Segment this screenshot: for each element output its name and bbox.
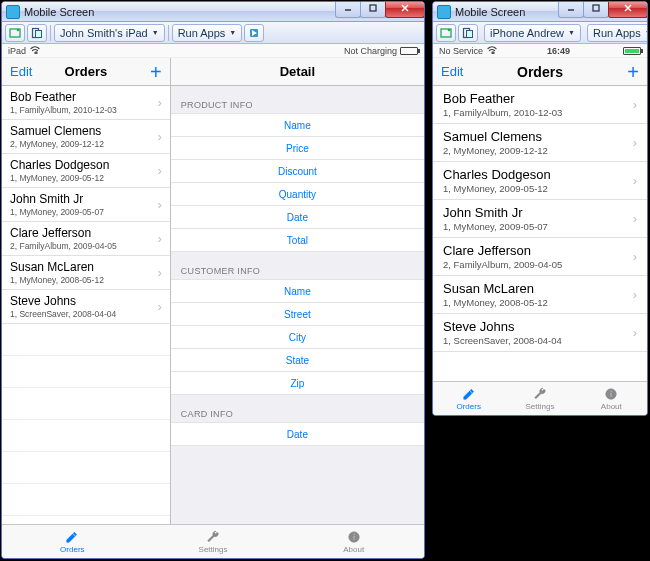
order-subtitle: 1, MyMoney, 2009-05-12 [443, 183, 633, 194]
empty-row [2, 388, 170, 420]
list-item[interactable]: Bob Feather1, FamilyAlbum, 2010-12-03› [433, 86, 647, 124]
minimize-button[interactable] [335, 1, 361, 18]
list-item[interactable]: Samuel Clemens2, MyMoney, 2009-12-12› [433, 124, 647, 162]
detail-row[interactable]: City [171, 325, 424, 349]
toolbar-button-2[interactable] [458, 24, 478, 42]
detail-content[interactable]: PRODUCT INFONamePriceDiscountQuantityDat… [171, 86, 424, 524]
order-subtitle: 1, MyMoney, 2009-05-07 [10, 207, 157, 217]
detail-row[interactable]: Price [171, 136, 424, 160]
list-item[interactable]: Clare Jefferson2, FamilyAlbum, 2009-04-0… [433, 238, 647, 276]
svg-rect-22 [611, 392, 612, 396]
order-subtitle: 1, ScreenSaver, 2008-04-04 [443, 335, 633, 346]
order-subtitle: 1, ScreenSaver, 2008-04-04 [10, 309, 157, 319]
app-icon [6, 5, 20, 19]
order-name: Clare Jefferson [443, 243, 633, 258]
window-ipad: Mobile Screen John Smith's iPad▼ Run App… [1, 1, 425, 559]
list-item[interactable]: Charles Dodgeson1, MyMoney, 2009-05-12› [2, 154, 170, 188]
list-item[interactable]: Susan McLaren1, MyMoney, 2008-05-12› [433, 276, 647, 314]
order-name: Susan McLaren [443, 281, 633, 296]
run-apps-button[interactable]: Run Apps▼ [172, 24, 243, 42]
detail-row[interactable]: State [171, 348, 424, 372]
detail-title: Detail [171, 64, 424, 79]
detail-row[interactable]: Date [171, 205, 424, 229]
toolbar-button-3[interactable] [244, 24, 264, 42]
device-selector[interactable]: iPhone Andrew▼ [484, 24, 581, 42]
toolbar-button-1[interactable] [436, 24, 456, 42]
status-bar: iPad Not Charging [2, 44, 424, 58]
tab-orders[interactable]: Orders [2, 525, 143, 558]
list-item[interactable]: Steve Johns1, ScreenSaver, 2008-04-04› [2, 290, 170, 324]
master-pane: Edit Orders + Bob Feather1, FamilyAlbum,… [2, 58, 171, 524]
order-name: Susan McLaren [10, 260, 157, 274]
close-button[interactable] [608, 1, 648, 18]
add-button[interactable]: + [619, 63, 647, 81]
empty-row [2, 452, 170, 484]
minimize-button[interactable] [558, 1, 584, 18]
detail-row[interactable]: Discount [171, 159, 424, 183]
toolbar-button-2[interactable] [27, 24, 47, 42]
list-item[interactable]: Charles Dodgeson1, MyMoney, 2009-05-12› [433, 162, 647, 200]
svg-rect-19 [467, 30, 473, 37]
add-button[interactable]: + [142, 63, 170, 81]
device-selector[interactable]: John Smith's iPad▼ [54, 24, 165, 42]
order-name: Clare Jefferson [10, 226, 157, 240]
edit-button[interactable]: Edit [433, 64, 471, 79]
tab-about[interactable]: About [576, 382, 647, 415]
detail-row[interactable]: Quantity [171, 182, 424, 206]
detail-row[interactable]: Total [171, 228, 424, 252]
split-view: Edit Orders + Bob Feather1, FamilyAlbum,… [2, 58, 424, 524]
toolbar-button-1[interactable] [5, 24, 25, 42]
tab-settings[interactable]: Settings [143, 525, 284, 558]
app-icon [437, 5, 451, 19]
wrench-icon [532, 387, 548, 401]
list-item[interactable]: Steve Johns1, ScreenSaver, 2008-04-04› [433, 314, 647, 352]
chevron-right-icon: › [633, 211, 637, 226]
battery-icon [400, 47, 418, 55]
pencil-icon [64, 530, 80, 544]
list-item[interactable]: Bob Feather1, FamilyAlbum, 2010-12-03› [2, 86, 170, 120]
tab-about[interactable]: About [283, 525, 424, 558]
chevron-right-icon: › [633, 325, 637, 340]
window-title: Mobile Screen [455, 6, 525, 18]
status-charge: Not Charging [344, 46, 397, 56]
detail-pane: Detail PRODUCT INFONamePriceDiscountQuan… [171, 58, 424, 524]
tab-settings[interactable]: Settings [504, 382, 575, 415]
order-name: Bob Feather [443, 91, 633, 106]
detail-row[interactable]: Name [171, 279, 424, 303]
detail-row[interactable]: Zip [171, 371, 424, 395]
titlebar[interactable]: Mobile Screen [2, 2, 424, 22]
list-item[interactable]: Samuel Clemens2, MyMoney, 2009-12-12› [2, 120, 170, 154]
section-header: CUSTOMER INFO [171, 252, 424, 280]
empty-row [2, 420, 170, 452]
maximize-button[interactable] [583, 1, 609, 18]
list-item[interactable]: John Smith Jr1, MyMoney, 2009-05-07› [2, 188, 170, 222]
info-icon [346, 530, 362, 544]
titlebar[interactable]: Mobile Screen [433, 2, 647, 22]
orders-list[interactable]: Bob Feather1, FamilyAlbum, 2010-12-03›Sa… [2, 86, 170, 524]
detail-row[interactable]: Date [171, 422, 424, 446]
svg-rect-23 [611, 390, 612, 391]
chevron-right-icon: › [157, 265, 161, 280]
tab-bar: Orders Settings About [2, 524, 424, 558]
list-item[interactable]: Clare Jefferson2, FamilyAlbum, 2009-04-0… [2, 222, 170, 256]
detail-row[interactable]: Name [171, 113, 424, 137]
toolbar: John Smith's iPad▼ Run Apps▼ [2, 22, 424, 44]
pencil-icon [461, 387, 477, 401]
maximize-button[interactable] [360, 1, 386, 18]
status-carrier: No Service [439, 46, 483, 56]
toolbar: iPhone Andrew▼ Run Apps▼ [433, 22, 647, 44]
chevron-right-icon: › [633, 249, 637, 264]
close-button[interactable] [385, 1, 425, 18]
chevron-right-icon: › [157, 95, 161, 110]
order-name: John Smith Jr [10, 192, 157, 206]
status-bar: No Service 16:49 [433, 44, 647, 58]
run-apps-button[interactable]: Run Apps▼ [587, 24, 648, 42]
order-subtitle: 2, MyMoney, 2009-12-12 [10, 139, 157, 149]
edit-button[interactable]: Edit [2, 64, 40, 79]
orders-list[interactable]: Bob Feather1, FamilyAlbum, 2010-12-03›Sa… [433, 86, 647, 381]
list-item[interactable]: Susan McLaren1, MyMoney, 2008-05-12› [2, 256, 170, 290]
tab-orders[interactable]: Orders [433, 382, 504, 415]
detail-row[interactable]: Street [171, 302, 424, 326]
order-subtitle: 2, FamilyAlbum, 2009-04-05 [443, 259, 633, 270]
list-item[interactable]: John Smith Jr1, MyMoney, 2009-05-07› [433, 200, 647, 238]
